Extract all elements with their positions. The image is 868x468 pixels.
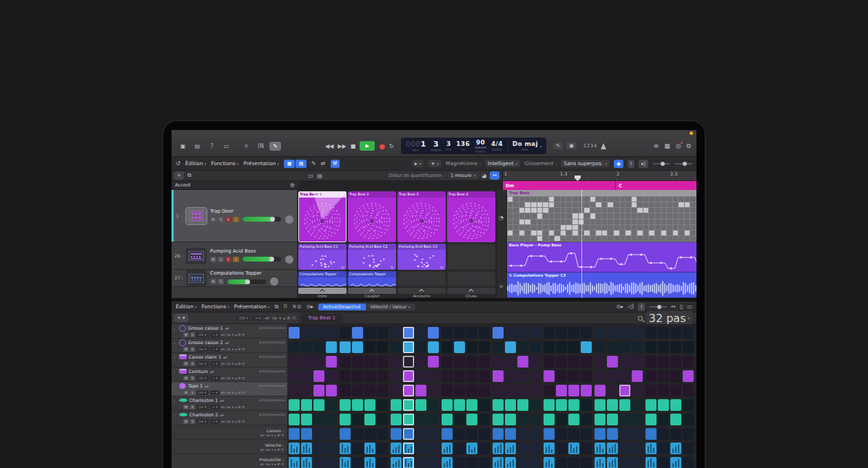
step-cell[interactable] (442, 428, 453, 440)
step-cell[interactable] (505, 370, 516, 382)
step-cell[interactable] (391, 457, 402, 468)
step-cell[interactable] (301, 457, 312, 468)
row-solo-button[interactable]: S (190, 419, 195, 424)
row-up-icon[interactable]: ▴ (235, 348, 236, 351)
track-row[interactable]: 1›Trap DoorMSRI (172, 190, 297, 242)
row-clear-icon[interactable]: ⊡ (242, 391, 245, 394)
fill-icon[interactable]: ⊞ (277, 462, 280, 466)
step-cell[interactable] (289, 356, 300, 368)
step-cell[interactable] (301, 428, 312, 440)
step-cell[interactable] (340, 428, 351, 440)
chord-region[interactable]: Dm (503, 181, 616, 190)
step-cell[interactable] (301, 341, 312, 353)
step-cell[interactable] (364, 341, 375, 353)
step-cell[interactable] (289, 399, 300, 411)
step-cell[interactable] (340, 327, 351, 339)
browsers-icon[interactable]: ⧉ (687, 142, 691, 150)
step-cell[interactable] (658, 399, 669, 411)
row-clear-icon[interactable]: ⊡ (242, 362, 245, 365)
step-cell[interactable] (568, 443, 579, 454)
step-cell[interactable] (619, 443, 630, 454)
step-cell[interactable] (403, 385, 414, 396)
replace-icon[interactable]: ▣ (566, 142, 577, 149)
gear-icon[interactable]: ⚙ (290, 182, 295, 189)
step-cell[interactable] (658, 414, 669, 425)
step-cell[interactable] (658, 443, 669, 454)
step-cell[interactable] (607, 341, 618, 353)
step-cell[interactable] (340, 370, 351, 382)
stop-button[interactable]: ■ (351, 143, 356, 149)
step-cell[interactable] (340, 399, 351, 411)
step-cell[interactable] (632, 385, 643, 396)
row-mute-button[interactable]: M (183, 332, 189, 337)
step-cell[interactable] (442, 414, 453, 425)
editor-zoom-slider[interactable] (649, 306, 667, 308)
step-cell[interactable] (479, 341, 490, 353)
row-down-icon[interactable]: ▾ (232, 362, 234, 365)
lcd-display[interactable]: 0001 MES 3 TEMPS 3 DIV 136 TIC (401, 138, 547, 154)
step-cell[interactable] (619, 327, 630, 339)
step-cell[interactable] (645, 399, 657, 411)
row-up-icon[interactable]: ▴ (235, 362, 236, 365)
step-cell[interactable] (301, 356, 312, 368)
down-icon[interactable]: ▾ (271, 434, 273, 437)
row-stepper-icon[interactable]: ▴▾ (225, 341, 229, 345)
pattern-length-select[interactable]: 32 pas▾ (646, 311, 692, 326)
text-tool-button[interactable]: I (628, 160, 634, 168)
live-loop-cell[interactable]: ↻Pumping Acid Bass C2 (348, 244, 396, 270)
step-cell[interactable] (415, 356, 426, 368)
step-cell[interactable] (556, 428, 567, 440)
row-solo-button[interactable]: S (190, 332, 195, 337)
step-cell[interactable] (632, 327, 643, 339)
expand-icon[interactable]: › (174, 326, 177, 330)
volume-slider[interactable] (242, 217, 281, 222)
editor-menu-fonctions[interactable]: Fonctions▾ (201, 304, 229, 310)
step-cell[interactable] (454, 443, 465, 454)
step-cell[interactable] (326, 356, 337, 368)
step-cell[interactable] (326, 457, 337, 468)
fill-icon[interactable]: ⊞ (287, 316, 291, 320)
track-row[interactable]: 27›Computations TopperMS (172, 270, 297, 287)
step-cell[interactable] (645, 341, 657, 353)
step-cell[interactable] (517, 370, 528, 382)
up-icon[interactable]: ▴ (274, 462, 276, 466)
marquee-icon[interactable]: ⚒ (331, 160, 340, 168)
step-cell[interactable] (289, 443, 300, 454)
step-cell[interactable] (595, 414, 606, 425)
cell-icon[interactable]: ▯ (680, 304, 683, 310)
expand-icon[interactable]: › (174, 384, 177, 388)
step-cell[interactable] (619, 457, 630, 468)
step-cell[interactable] (607, 414, 618, 425)
empty-cell-slot[interactable] (447, 271, 495, 286)
step-cell[interactable] (544, 414, 555, 425)
play-button[interactable]: ▶ (360, 141, 375, 151)
step-cell[interactable] (493, 385, 504, 396)
step-cell[interactable] (391, 399, 402, 411)
step-cell[interactable] (505, 399, 516, 411)
input-monitor-button[interactable]: I (233, 217, 239, 222)
row-rotate-select[interactable]: → ▾ (210, 376, 220, 381)
step-cell[interactable] (352, 370, 363, 382)
disclosure-icon[interactable]: › (181, 276, 186, 281)
step-cell[interactable] (352, 356, 363, 368)
step-cell[interactable] (595, 370, 606, 382)
row-nudge-left-icon[interactable]: ◂⊙ (221, 348, 225, 351)
low-latency-icon[interactable]: (N (255, 142, 267, 151)
row-rotate-select[interactable]: → ▾ (210, 361, 220, 366)
step-cell[interactable] (442, 399, 453, 411)
step-cell[interactable] (505, 457, 516, 468)
step-cell[interactable] (568, 370, 579, 382)
step-cell[interactable] (352, 457, 363, 468)
step-cell[interactable] (352, 414, 363, 425)
nudge-left-icon[interactable]: ◂⊙ (265, 316, 270, 320)
row-down-icon[interactable]: ▾ (232, 333, 234, 337)
step-cell[interactable] (326, 370, 337, 382)
step-cell[interactable] (670, 356, 681, 368)
row-mute-button[interactable]: M (183, 347, 189, 352)
step-cell[interactable] (340, 457, 351, 468)
row-division-select[interactable]: /16 ▾ (196, 376, 209, 381)
step-cell[interactable] (289, 385, 300, 396)
live-loop-cell[interactable]: Trap Beat 3 (397, 191, 446, 242)
step-cell[interactable] (313, 370, 324, 382)
step-cell[interactable] (658, 457, 669, 468)
